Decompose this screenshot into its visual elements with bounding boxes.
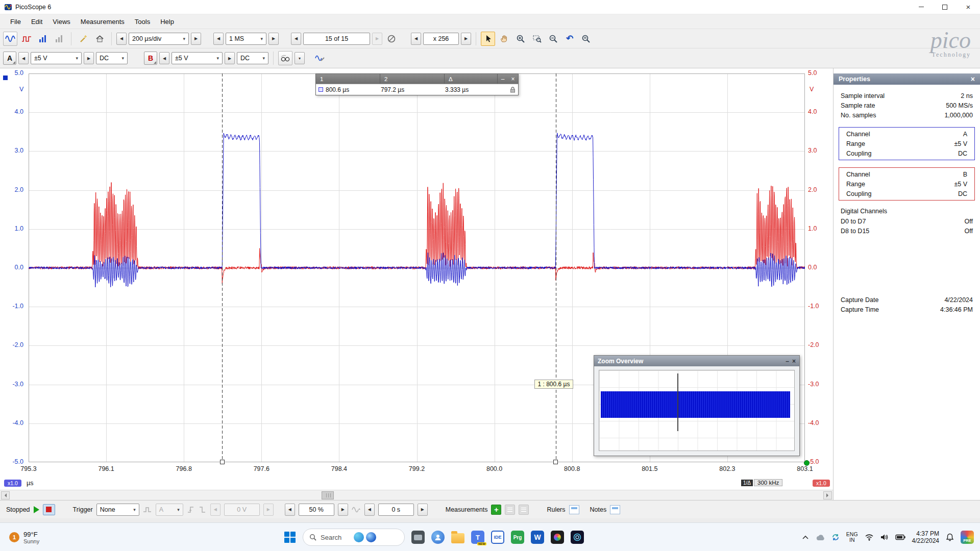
zoom-region-marker[interactable] bbox=[677, 373, 678, 431]
app-people-icon[interactable] bbox=[431, 531, 445, 544]
zoom-increase-button[interactable]: ▶ bbox=[461, 33, 471, 45]
lock-icon[interactable] bbox=[510, 87, 516, 93]
file-explorer-icon[interactable] bbox=[451, 533, 464, 543]
channel-a-range-increase[interactable]: ▶ bbox=[84, 52, 94, 64]
stop-capture-button[interactable] bbox=[43, 504, 55, 515]
samples-decrease-button[interactable]: ◀ bbox=[213, 33, 224, 45]
menu-file[interactable]: File bbox=[5, 15, 26, 28]
horizontal-scrollbar[interactable] bbox=[0, 490, 833, 500]
scope-view-button[interactable] bbox=[3, 32, 17, 46]
start-capture-button[interactable] bbox=[34, 506, 39, 513]
app-window-tool-icon[interactable] bbox=[411, 531, 425, 544]
x-zoom-badge-right[interactable]: x1.0 bbox=[813, 480, 830, 487]
screen-capture-badge[interactable]: PRE bbox=[961, 531, 974, 544]
add-measurement-button[interactable]: + bbox=[491, 505, 501, 515]
spectrum-mode-button[interactable] bbox=[36, 32, 50, 46]
close-button[interactable]: × bbox=[957, 0, 980, 14]
app-dark-media-icon[interactable] bbox=[551, 531, 564, 544]
ruler-drag-handle-icon[interactable] bbox=[318, 87, 323, 92]
channel-b-range-decrease[interactable]: ◀ bbox=[159, 52, 169, 64]
scrollbar-thumb[interactable] bbox=[322, 491, 334, 499]
language-indicator[interactable]: ENG IN bbox=[846, 532, 858, 543]
pretrigger-increase[interactable]: ▶ bbox=[338, 504, 348, 516]
zoom-overview-close-button[interactable]: × bbox=[792, 358, 796, 365]
channel-b-button[interactable]: B bbox=[144, 52, 157, 65]
cursor-2-handle[interactable] bbox=[220, 460, 225, 464]
app-ide-icon[interactable]: IDE bbox=[491, 531, 504, 544]
zoom-overview-minimize-button[interactable]: – bbox=[786, 358, 789, 365]
trigger-delay-increase[interactable]: ▶ bbox=[418, 504, 428, 516]
timebase-increase-button[interactable]: ▶ bbox=[191, 33, 201, 45]
volume-icon[interactable] bbox=[880, 534, 889, 541]
app-word-icon[interactable]: W bbox=[531, 531, 544, 544]
minimize-button[interactable] bbox=[910, 0, 933, 14]
ruler-minimize-button[interactable]: – bbox=[498, 76, 508, 83]
zoom-overview-window[interactable]: Zoom Overview – × bbox=[594, 355, 800, 456]
undo-zoom-button[interactable]: ↶ bbox=[562, 32, 577, 46]
buffer-previous-button[interactable]: ◀ bbox=[291, 33, 301, 45]
buffer-position-box[interactable]: 15 of 15 bbox=[303, 33, 370, 45]
wifi-icon[interactable] bbox=[865, 534, 874, 541]
trigger-mode-select[interactable]: None▾ bbox=[96, 504, 139, 516]
cloud-icon[interactable] bbox=[816, 534, 825, 541]
home-button[interactable] bbox=[92, 32, 107, 46]
x-zoom-badge-left[interactable]: x1.0 bbox=[4, 480, 21, 487]
lowpass-filter-button[interactable] bbox=[278, 51, 292, 65]
pretrigger-box[interactable]: 50 % bbox=[299, 504, 334, 516]
zoom-factor-box[interactable]: x 256 bbox=[423, 33, 459, 45]
app-t-icon[interactable]: TNEW bbox=[471, 531, 484, 544]
channel-b-range-increase[interactable]: ▶ bbox=[225, 52, 235, 64]
menu-views[interactable]: Views bbox=[47, 15, 75, 28]
cursor-1-handle[interactable] bbox=[553, 460, 558, 464]
trigger-delay-decrease[interactable]: ◀ bbox=[364, 504, 375, 516]
notes-icon[interactable] bbox=[610, 505, 620, 514]
zoom-overview-plot[interactable] bbox=[599, 370, 795, 451]
bing-orb-icon[interactable] bbox=[354, 532, 364, 542]
trigger-delay-box[interactable]: 0 s bbox=[378, 504, 414, 516]
channel-a-range-decrease[interactable]: ◀ bbox=[18, 52, 29, 64]
start-button[interactable] bbox=[284, 531, 296, 543]
auto-setup-button[interactable] bbox=[76, 32, 90, 46]
menu-measurements[interactable]: Measurements bbox=[76, 15, 130, 28]
ruler-overlay-window[interactable]: 1 2 Δ – × 800.6 µs 797.2 µs 3.333 µs bbox=[315, 73, 519, 95]
timebase-decrease-button[interactable]: ◀ bbox=[116, 33, 127, 45]
app-rings-icon[interactable] bbox=[571, 531, 584, 544]
buffer-navigator-button[interactable] bbox=[384, 32, 399, 46]
rulers-icon[interactable] bbox=[569, 505, 579, 514]
samples-increase-button[interactable]: ▶ bbox=[268, 33, 279, 45]
menu-help[interactable]: Help bbox=[155, 15, 179, 28]
menu-edit[interactable]: Edit bbox=[26, 15, 47, 28]
weather-widget[interactable]: 1 99°F Sunny bbox=[5, 523, 43, 551]
trigger-marker[interactable] bbox=[804, 460, 810, 466]
battery-icon[interactable] bbox=[895, 534, 905, 540]
taskbar-clock[interactable]: 4:37 PM 4/22/2024 bbox=[912, 530, 939, 544]
channel-b-coupling-select[interactable]: DC▾ bbox=[237, 52, 268, 64]
channel-b-range-select[interactable]: ±5 V▾ bbox=[172, 52, 223, 64]
app-prg-icon[interactable]: Prg bbox=[511, 531, 524, 544]
zoom-in-tool-button[interactable] bbox=[513, 32, 528, 46]
properties-close-button[interactable]: × bbox=[971, 75, 975, 83]
samples-select[interactable]: 1 MS▾ bbox=[226, 33, 266, 45]
filter-options-dropdown[interactable]: ▾ bbox=[295, 52, 305, 64]
globe-icon[interactable] bbox=[366, 532, 376, 542]
tray-chevron-icon[interactable] bbox=[802, 535, 809, 540]
zoom-full-view-button[interactable] bbox=[579, 32, 593, 46]
pretrigger-decrease[interactable]: ◀ bbox=[285, 504, 295, 516]
persistence-mode-button[interactable] bbox=[19, 32, 34, 46]
taskbar-search[interactable]: Search bbox=[303, 529, 405, 546]
channel-a-range-select[interactable]: ±5 V▾ bbox=[31, 52, 82, 64]
zoom-decrease-button[interactable]: ◀ bbox=[411, 33, 421, 45]
scroll-right-button[interactable] bbox=[823, 491, 832, 499]
ruler-close-button[interactable]: × bbox=[508, 76, 518, 83]
marquee-zoom-tool-button[interactable] bbox=[530, 32, 544, 46]
channel-a-coupling-select[interactable]: DC▾ bbox=[96, 52, 128, 64]
math-channels-button[interactable] bbox=[313, 51, 327, 65]
pointer-tool-button[interactable] bbox=[481, 32, 495, 46]
timebase-select[interactable]: 200 µs/div▾ bbox=[129, 33, 189, 45]
scroll-left-button[interactable] bbox=[1, 491, 10, 499]
zoom-out-tool-button[interactable] bbox=[546, 32, 560, 46]
hand-tool-button[interactable] bbox=[497, 32, 511, 46]
maximize-button[interactable] bbox=[933, 0, 957, 14]
notifications-bell-icon[interactable] bbox=[946, 533, 954, 542]
sync-icon[interactable] bbox=[831, 533, 840, 541]
